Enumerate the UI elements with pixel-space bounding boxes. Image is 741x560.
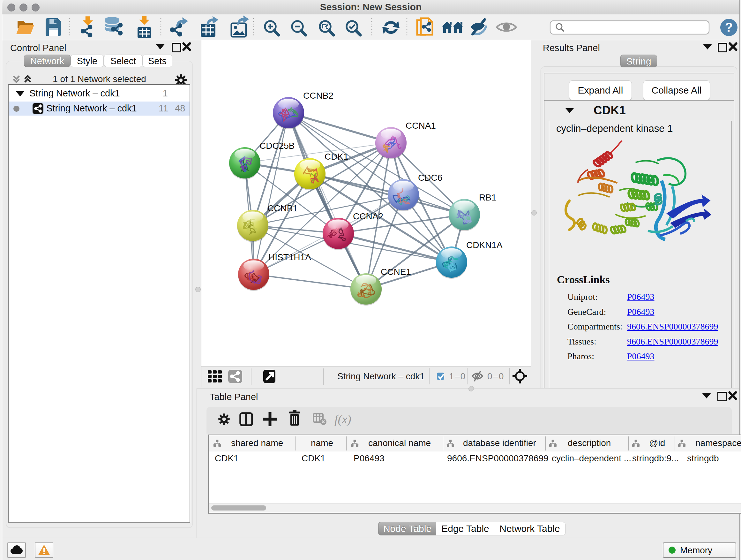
svg-text:HIST1H1A: HIST1H1A [268,252,311,262]
svg-text:CDC25B: CDC25B [259,141,294,151]
svg-text:f(x): f(x) [334,413,351,426]
svg-text:CDC6: CDC6 [418,173,442,183]
svg-text:CDKN1A: CDKN1A [466,240,502,250]
svg-text:CDK1: CDK1 [325,152,348,162]
svg-text:CCNA2: CCNA2 [353,211,383,221]
svg-text:CCNE1: CCNE1 [381,267,411,277]
svg-text:0 – 0: 0 – 0 [487,371,503,381]
svg-text:CCNB2: CCNB2 [303,91,333,101]
svg-text:?: ? [725,20,733,34]
svg-text:String Network – cdk1: String Network – cdk1 [337,371,425,381]
svg-text:CCNA1: CCNA1 [406,121,436,131]
svg-text:CCNB1: CCNB1 [267,203,298,213]
svg-text:1 – 0: 1 – 0 [449,371,465,381]
svg-text:RB1: RB1 [479,192,496,202]
